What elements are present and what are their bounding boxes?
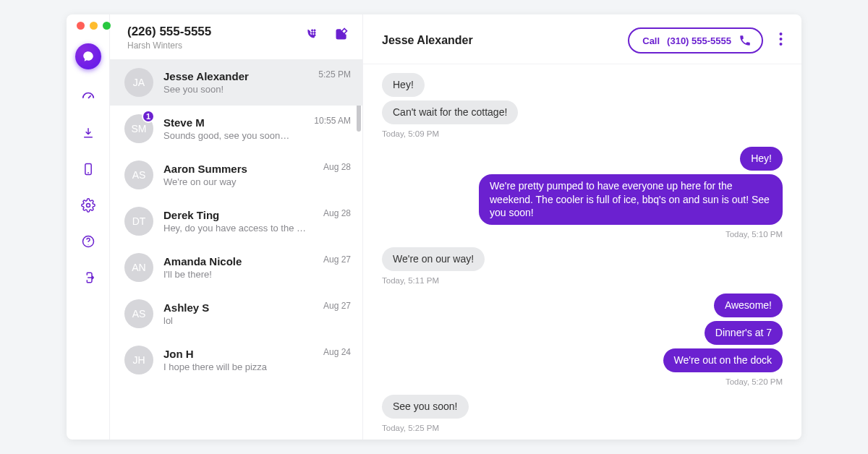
chat-body[interactable]: Hey!Can't wait for the cottage!Today, 5:… <box>363 64 801 440</box>
message-bubble: Hey! <box>382 73 425 97</box>
message-bubble: Can't wait for the cottage! <box>382 100 518 124</box>
dashboard-gauge-icon[interactable] <box>80 88 97 106</box>
message-bubble: Hey! <box>740 147 783 171</box>
svg-point-10 <box>780 33 783 35</box>
conversation-time: Aug 27 <box>323 301 351 311</box>
account-phone-number: (226) 555-5555 <box>127 25 211 39</box>
unread-badge: 1 <box>142 110 155 123</box>
conversation-time: Aug 28 <box>323 208 351 218</box>
outgoing-message-group: Awesome!Dinner's at 7We're out on the do… <box>382 294 783 389</box>
avatar: JA <box>124 68 153 97</box>
conversation-item[interactable]: JHJon HI hope there will be pizzaAug 24 <box>110 337 362 383</box>
conversation-time: 5:25 PM <box>318 69 351 80</box>
message-timestamp: Today, 5:11 PM <box>382 276 439 285</box>
app-logo-chat-icon[interactable] <box>75 43 101 69</box>
window-controls <box>77 22 111 30</box>
conversation-preview: We're on our way <box>163 176 308 187</box>
avatar: AS <box>124 160 153 189</box>
svg-point-4 <box>312 30 313 31</box>
device-phone-icon[interactable] <box>80 160 97 178</box>
conversation-item[interactable]: DTDerek TingHey, do you have access to t… <box>110 198 362 244</box>
svg-point-11 <box>780 38 783 40</box>
svg-point-6 <box>312 32 313 33</box>
maximize-window-icon[interactable] <box>103 22 111 30</box>
conversation-name: Ashley S <box>163 301 323 314</box>
chat-column: Jesse Alexander Call (310) 555-5555 Hey!… <box>363 14 801 440</box>
message-timestamp: Today, 5:20 PM <box>726 377 783 386</box>
conversation-name: Aaron Summers <box>163 163 323 175</box>
conversation-preview: lol <box>163 315 308 326</box>
message-timestamp: Today, 5:25 PM <box>382 424 439 432</box>
chat-header: Jesse Alexander Call (310) 555-5555 <box>363 14 801 64</box>
account-username: Harsh Winters <box>127 40 211 51</box>
minimize-window-icon[interactable] <box>90 22 98 30</box>
conversation-item[interactable]: ASAaron SummersWe're on our wayAug 28 <box>110 152 362 198</box>
svg-point-12 <box>780 43 783 46</box>
conversation-item[interactable]: ANAmanda NicoleI'll be there!Aug 27 <box>110 244 362 291</box>
conversation-header: (226) 555-5555 Harsh Winters <box>110 14 362 59</box>
app-window: (226) 555-5555 Harsh Winters <box>67 14 801 440</box>
svg-point-1 <box>86 204 90 207</box>
compose-icon[interactable] <box>333 26 349 42</box>
conversation-time: Aug 28 <box>323 162 351 172</box>
message-bubble: Awesome! <box>714 294 783 317</box>
more-menu-icon[interactable] <box>776 29 786 52</box>
conversation-preview: Sounds good, see you soon… <box>163 130 308 141</box>
nav-rail <box>67 14 110 440</box>
conversation-time: 10:55 AM <box>314 116 351 126</box>
conversation-preview: Hey, do you have access to the … <box>163 223 308 234</box>
avatar: AS <box>124 299 153 328</box>
call-button-label: Call <box>642 35 660 46</box>
incoming-message-group: Hey!Can't wait for the cottage!Today, 5:… <box>382 73 783 141</box>
svg-point-3 <box>88 244 88 245</box>
message-timestamp: Today, 5:09 PM <box>382 129 439 138</box>
call-button-number: (310) 555-5555 <box>667 35 731 46</box>
conversation-list[interactable]: JAJesse AlexanderSee you soon!5:25 PMSM1… <box>110 59 362 440</box>
message-bubble: We're on our way! <box>382 247 485 271</box>
message-bubble: Dinner's at 7 <box>705 321 783 345</box>
svg-point-5 <box>314 30 315 31</box>
call-button[interactable]: Call (310) 555-5555 <box>628 27 763 53</box>
conversation-name: Steve M <box>163 116 314 129</box>
chat-title: Jesse Alexander <box>382 34 473 47</box>
avatar: AN <box>124 253 153 282</box>
conversation-name: Jon H <box>163 348 323 360</box>
avatar: JH <box>124 346 153 374</box>
conversation-item[interactable]: JAJesse AlexanderSee you soon!5:25 PM <box>110 59 362 106</box>
conversation-name: Amanda Nicole <box>163 255 323 267</box>
settings-gear-icon[interactable] <box>80 197 97 214</box>
download-icon[interactable] <box>80 124 97 142</box>
conversation-time: Aug 24 <box>323 347 351 357</box>
message-bubble: We're out on the dock <box>663 348 783 372</box>
incoming-message-group: We're on our way!Today, 5:11 PM <box>382 247 783 288</box>
phone-icon <box>739 34 752 47</box>
avatar: DT <box>124 207 153 236</box>
conversation-name: Jesse Alexander <box>163 70 318 82</box>
message-timestamp: Today, 5:10 PM <box>726 230 783 239</box>
conversation-column: (226) 555-5555 Harsh Winters <box>110 14 363 440</box>
incoming-message-group: See you soon!Today, 5:25 PM <box>382 395 783 435</box>
conversation-preview: I hope there will be pizza <box>163 361 308 372</box>
conversation-item[interactable]: ASAshley SlolAug 27 <box>110 291 362 337</box>
dialpad-icon[interactable] <box>303 26 319 42</box>
conversation-name: Derek Ting <box>163 209 323 221</box>
conversation-preview: I'll be there! <box>163 269 308 280</box>
message-bubble: See you soon! <box>382 395 469 419</box>
logout-icon[interactable] <box>80 269 97 286</box>
close-window-icon[interactable] <box>77 22 85 30</box>
outgoing-message-group: Hey!We're pretty pumped to have everyone… <box>382 147 783 242</box>
message-bubble: We're pretty pumped to have everyone up … <box>479 174 783 226</box>
conversation-item[interactable]: SM1Steve MSounds good, see you soon…10:5… <box>110 106 362 152</box>
conversation-time: Aug 27 <box>323 254 351 265</box>
help-icon[interactable] <box>80 233 97 250</box>
conversation-preview: See you soon! <box>163 84 308 95</box>
svg-point-7 <box>314 32 315 33</box>
